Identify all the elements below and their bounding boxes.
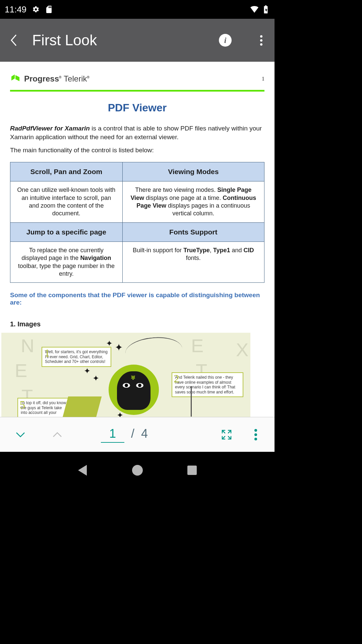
ninja-illustration: ♅ [112, 365, 156, 415]
table-header: Fonts Support [122, 222, 264, 241]
illus-bubble-2: And Telerik nailed this one - they have … [172, 372, 243, 397]
feature-table: Scroll, Pan and Zoom Viewing Modes One c… [10, 162, 264, 283]
table-cell: Built-in support for TrueType, Type1 and… [122, 241, 264, 283]
intro-paragraph: RadPdfViewer for Xamarin is a control th… [10, 124, 264, 141]
progress-logo-icon [10, 74, 21, 84]
table-header: Scroll, Pan and Zoom [10, 162, 123, 181]
images-section-heading: 1. Images [10, 320, 264, 328]
sd-card-icon [45, 5, 53, 13]
wifi-icon [250, 5, 258, 13]
toolbar-overflow-button[interactable] [249, 428, 262, 441]
back-button[interactable] [7, 34, 20, 47]
gear-icon [32, 5, 40, 13]
brand-text: Progress® Telerik® [24, 74, 89, 84]
table-header: Jump to a specific page [10, 222, 123, 241]
status-bar: 11:49 [0, 0, 275, 19]
illus-bubble-1: Well, for starters, it's got everything … [42, 347, 111, 367]
battery-charging-icon [262, 5, 270, 13]
table-header: Viewing Modes [122, 162, 264, 181]
illus-bubble-5: To top it off, did you know the guys at … [17, 398, 71, 417]
page-total: 4 [141, 427, 148, 441]
overflow-menu-button[interactable] [254, 34, 268, 47]
illustration-image: N E X E T T Well, for starters, it's got… [1, 333, 250, 417]
system-nav-bar [0, 452, 275, 488]
sub-intro-text: The main functionality of the control is… [10, 147, 264, 154]
nav-recents-button[interactable] [186, 464, 198, 476]
nav-home-button[interactable] [131, 464, 143, 476]
page-separator: / [131, 427, 134, 441]
app-bar: First Look i [0, 19, 275, 62]
next-page-button[interactable] [12, 426, 29, 443]
components-heading: Some of the components that the PDF view… [10, 291, 264, 306]
table-cell: To replace the one currently displayed p… [10, 241, 123, 283]
fit-to-screen-button[interactable] [218, 426, 235, 443]
prev-page-button[interactable] [49, 426, 66, 443]
info-button[interactable]: i [219, 34, 232, 47]
nav-back-button[interactable] [76, 464, 88, 476]
pdf-toolbar: / 4 [0, 417, 275, 452]
page-indicator: / 4 [101, 427, 148, 443]
app-bar-title: First Look [32, 32, 207, 49]
pdf-viewport[interactable]: Progress® Telerik® 1 PDF Viewer RadPdfVi… [0, 62, 275, 417]
divider [10, 90, 264, 92]
pdf-page: Progress® Telerik® 1 PDF Viewer RadPdfVi… [0, 62, 275, 417]
document-title: PDF Viewer [10, 102, 264, 114]
brand-logo: Progress® Telerik® [10, 74, 89, 84]
status-time: 11:49 [5, 4, 26, 15]
page-number-header: 1 [262, 76, 264, 82]
table-cell: One can utilize well-known tools with an… [10, 181, 123, 223]
table-cell: There are two viewing modes. Single Page… [122, 181, 264, 223]
page-number-input[interactable] [101, 427, 124, 443]
